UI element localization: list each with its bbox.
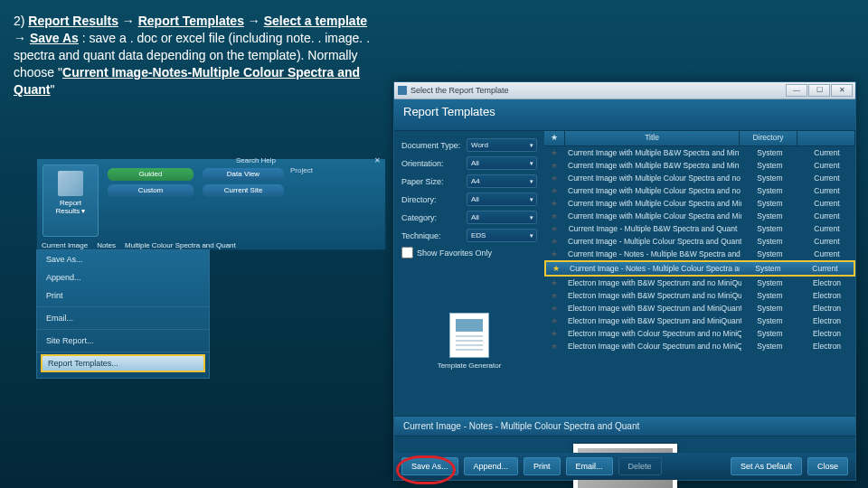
technique-select[interactable]: EDS: [467, 229, 537, 242]
col-title[interactable]: Title: [565, 131, 740, 145]
menu-save-as[interactable]: Save As...: [37, 250, 209, 268]
category-select[interactable]: All: [467, 211, 537, 224]
preview-title: Current Image - Notes - Multiple Colour …: [394, 416, 855, 436]
star-icon[interactable]: ★: [544, 342, 564, 351]
menu-append[interactable]: Append...: [37, 268, 209, 286]
table-row[interactable]: ★Current Image with Multiple Colour Spec…: [544, 197, 855, 210]
table-row[interactable]: ★Electron Image with Colour Spectrum and…: [544, 327, 855, 340]
table-row[interactable]: ★Current Image - Multiple B&W Spectra an…: [544, 222, 855, 235]
instruction-text: 2) Report Results → Report Templates → S…: [14, 13, 375, 98]
menu-print[interactable]: Print: [37, 286, 209, 305]
star-icon[interactable]: ★: [544, 224, 564, 233]
table-row[interactable]: ★Current Image with Multiple Colour Spec…: [544, 172, 855, 184]
table-header: ★ Title Directory: [544, 131, 855, 146]
col-directory[interactable]: Directory: [740, 131, 797, 145]
star-icon[interactable]: ★: [544, 211, 564, 221]
doctype-select[interactable]: Word: [467, 138, 537, 152]
directory-select[interactable]: All: [467, 192, 537, 206]
menu-report-templates[interactable]: Report Templates...: [41, 354, 205, 372]
star-icon[interactable]: ★: [544, 291, 564, 300]
table-row[interactable]: ★Electron Image with B&W Spectrum and Mi…: [544, 314, 855, 327]
project-label: Project: [290, 166, 313, 174]
star-icon[interactable]: ★: [544, 278, 564, 287]
table-row[interactable]: ★Current Image with Multiple Colour Spec…: [544, 210, 855, 222]
report-icon: [58, 171, 83, 196]
report-results-button[interactable]: ReportResults ▾: [42, 164, 99, 237]
menu-site-report[interactable]: Site Report...: [37, 332, 209, 350]
custom-button[interactable]: Custom: [108, 184, 193, 197]
orientation-select[interactable]: All: [467, 156, 537, 170]
close-button[interactable]: ✕: [831, 84, 853, 97]
dialog-button-bar: Save As... Append... Print Email... Dele…: [394, 453, 855, 480]
star-icon[interactable]: ★: [544, 316, 564, 325]
append-button[interactable]: Append...: [464, 457, 519, 475]
app-ribbon: Search Help✕ ReportResults ▾ Guided Cust…: [36, 158, 386, 250]
close-dialog-button[interactable]: Close: [807, 457, 848, 475]
page-icon: [449, 313, 489, 358]
table-row[interactable]: ★Electron Image with B&W Spectrum and no…: [544, 277, 855, 289]
star-icon[interactable]: ★: [544, 186, 564, 195]
menu-email[interactable]: Email...: [37, 309, 209, 327]
star-icon[interactable]: ★: [544, 237, 564, 246]
ribbon-tabs: Current ImageNotesMultiple Colour Spectr…: [42, 241, 245, 249]
col-star[interactable]: ★: [544, 131, 565, 145]
col-category[interactable]: [797, 131, 855, 145]
star-icon[interactable]: ★: [544, 249, 564, 258]
star-icon[interactable]: ★: [544, 329, 564, 338]
email-button[interactable]: Email...: [566, 457, 613, 475]
table-row[interactable]: ★Electron Image with Colour Spectrum and…: [544, 340, 855, 352]
star-icon[interactable]: ★: [544, 161, 564, 170]
papersize-select[interactable]: A4: [467, 174, 537, 188]
favorites-checkbox[interactable]: [401, 247, 413, 258]
print-button[interactable]: Print: [524, 457, 561, 475]
table-row[interactable]: ★Current Image with Multiple B&W Spectra…: [544, 146, 855, 159]
saveas-button[interactable]: Save As...: [401, 457, 458, 475]
dialog-heading: Report Templates: [394, 99, 855, 131]
table-row[interactable]: ★Current Image - Notes - Multiple B&W Sp…: [544, 248, 855, 260]
setdefault-button[interactable]: Set As Default: [731, 457, 802, 475]
select-template-dialog: Select the Report Template — ☐ ✕ Report …: [393, 81, 856, 481]
table-row[interactable]: ★Current Image with Multiple Colour Spec…: [544, 184, 855, 197]
search-help[interactable]: Search Help: [236, 156, 276, 165]
table-row[interactable]: ★Electron Image with B&W Spectrum and Mi…: [544, 302, 855, 314]
star-icon[interactable]: ★: [544, 174, 564, 183]
table-row[interactable]: ★Current Image with Multiple B&W Spectra…: [544, 159, 855, 172]
delete-button[interactable]: Delete: [618, 457, 662, 475]
table-row[interactable]: ★Current Image - Notes - Multiple Colour…: [544, 260, 855, 277]
close-icon[interactable]: ✕: [374, 156, 381, 165]
template-table: ★ Title Directory ★Current Image with Mu…: [544, 131, 855, 416]
dialog-titlebar: Select the Report Template — ☐ ✕: [394, 82, 855, 99]
star-icon[interactable]: ★: [544, 199, 564, 208]
star-icon[interactable]: ★: [544, 304, 564, 313]
table-row[interactable]: ★Current Image - Multiple Colour Spectra…: [544, 235, 855, 248]
app-icon: [398, 86, 407, 95]
template-generator[interactable]: Template Generator: [401, 313, 537, 370]
maximize-button[interactable]: ☐: [808, 84, 830, 97]
star-icon[interactable]: ★: [546, 264, 566, 273]
table-row[interactable]: ★Electron Image with B&W Spectrum and no…: [544, 289, 855, 302]
guided-button[interactable]: Guided: [108, 168, 193, 181]
dataview-button[interactable]: Data View: [203, 168, 284, 181]
report-dropdown: Save As... Append... Print Email... Site…: [36, 249, 210, 379]
minimize-button[interactable]: —: [786, 84, 807, 97]
currentsite-button[interactable]: Current Site: [203, 184, 284, 197]
star-icon[interactable]: ★: [544, 148, 564, 157]
filter-panel: Document Type:Word Orientation:All Paper…: [394, 131, 544, 416]
